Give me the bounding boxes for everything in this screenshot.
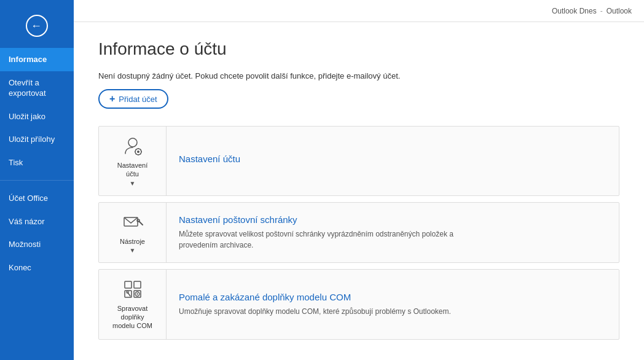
card-title-doplnky: Pomalé a zakázané doplňky modelu COM [179,292,607,302]
svg-line-9 [135,154,136,155]
addons-icon [122,278,144,300]
card-desc-schranky: Můžete spravovat velikost poštovní schrá… [179,229,474,251]
sidebar-item-tisk[interactable]: Tisk [0,151,74,174]
cards-list: Nastaveníúčtu ▼ Nastavení účtu [98,126,619,340]
card-icon-area-nastaveni-schranky[interactable]: Nástroje ▼ [99,203,167,262]
card-desc-doplnky: Umožňuje spravovat doplňky modelu COM, k… [179,306,474,317]
notice-text: Není dostupný žádný účet. Pokud chcete p… [98,71,619,80]
card-text-nastaveni: Nastavení účtu [167,145,619,176]
card-nastaveni-uctu: Nastaveníúčtu ▼ Nastavení účtu [98,126,619,196]
breadcrumb-outlook: Outlook [607,7,632,15]
content-area: Informace o účtu Není dostupný žádný úče… [74,22,644,360]
svg-point-19 [136,293,138,294]
sidebar-item-informace[interactable]: Informace [0,48,74,71]
svg-point-0 [128,138,137,147]
card-title-schranky: Nastavení poštovní schránky [179,214,607,225]
svg-rect-14 [125,281,132,288]
sidebar-item-ucet-office[interactable]: Účet Office [0,187,74,210]
chevron-down-icon: ▼ [130,180,136,187]
sidebar-item-otevrit[interactable]: Otevřít a exportovat [0,71,74,105]
topbar: Outlook Dnes - Outlook [74,0,644,22]
card-icon-area-nastaveni-uctu[interactable]: Nastaveníúčtu ▼ [99,127,167,195]
sidebar: ← Informace Otevřít a exportovat Uložit … [0,0,74,360]
back-circle-button[interactable]: ← [26,15,48,37]
card-nastaveni-schranky: Nástroje ▼ Nastavení poštovní schránky M… [98,202,619,263]
card-icon-label-nastroje: Nástroje [120,237,145,246]
sidebar-item-ulozit-prilohy[interactable]: Uložit přílohy [0,128,74,151]
sidebar-item-vas-nazor[interactable]: Váš názor [0,210,74,233]
svg-point-10 [137,151,139,153]
add-account-label: Přidat účet [119,95,157,104]
card-text-doplnky: Pomalé a zakázané doplňky modelu COM Umo… [167,283,619,326]
card-icon-label-nastaveni: Nastaveníúčtu [117,161,148,179]
card-doplnky-com: Spravovat doplňkymodelu COM Pomalé a zak… [98,269,619,340]
svg-line-7 [140,154,141,155]
page-title: Informace o účtu [98,39,619,59]
tools-icon [122,211,144,233]
sidebar-item-konec[interactable]: Konec [0,256,74,280]
card-icon-area-doplnky[interactable]: Spravovat doplňkymodelu COM [99,270,167,339]
breadcrumb-separator: - [600,7,603,15]
card-icon-label-doplnky: Spravovat doplňkymodelu COM [105,304,160,331]
sidebar-item-moznosti[interactable]: Možnosti [0,233,74,256]
card-text-schranky: Nastavení poštovní schránky Můžete sprav… [167,206,619,259]
svg-line-6 [135,149,136,150]
main-content: Outlook Dnes - Outlook Informace o účtu … [74,0,644,360]
card-title-nastaveni: Nastavení účtu [179,154,607,164]
svg-rect-15 [134,281,141,288]
plus-icon: + [109,93,115,104]
sidebar-item-ulozit-jako[interactable]: Uložit jako [0,105,74,128]
add-account-button[interactable]: + Přidat účet [98,89,168,109]
back-arrow-icon: ← [31,20,42,31]
svg-line-8 [140,149,141,150]
back-button[interactable]: ← [0,6,74,48]
breadcrumb-outlook-dnes: Outlook Dnes [552,7,597,15]
person-gear-icon [122,135,144,157]
chevron-down-icon-2: ▼ [130,247,136,254]
svg-point-13 [137,219,139,222]
